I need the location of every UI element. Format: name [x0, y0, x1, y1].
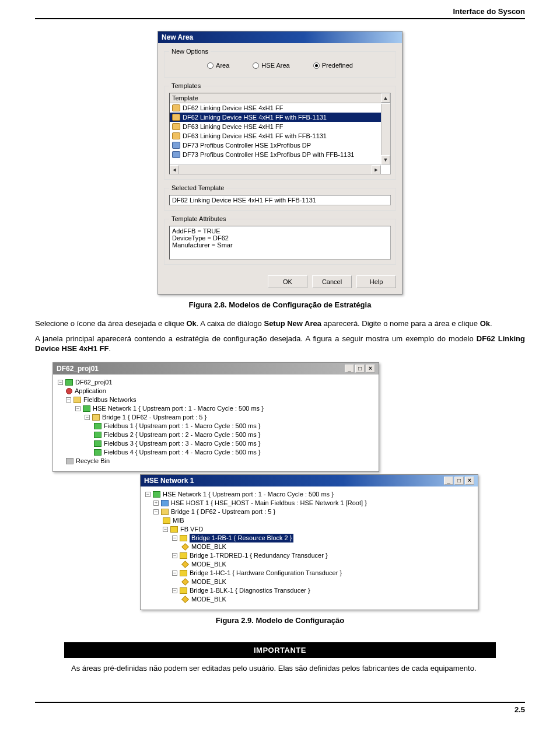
attribute-line: AddFFB = TRUE — [172, 228, 388, 235]
tree-node-trd[interactable]: −Bridge 1-TRDRED-1 { Redundancy Transduc… — [145, 551, 473, 560]
tree-node-mode4[interactable]: MODE_BLK — [145, 595, 473, 604]
scrollbar-vertical[interactable] — [381, 104, 390, 163]
radio-predefined[interactable]: Predefined — [313, 62, 353, 69]
tree-node-recycle[interactable]: Recycle Bin — [58, 457, 374, 466]
important-body: As áreas pré-definidas não podem ser edi… — [64, 658, 496, 678]
tree-label: Bridge 1-TRDRED-1 { Redundancy Transduce… — [190, 551, 328, 560]
new-options-group: New Options Area HSE Area Predefined — [164, 48, 396, 78]
tree-node-hse[interactable]: −HSE Network 1 { Upstream port : 1 - Mac… — [58, 404, 374, 413]
tree-label: Bridge 1-HC-1 { Hardware Configuration T… — [190, 569, 342, 578]
help-button[interactable]: Help — [356, 275, 396, 288]
tree-label: Fieldbus 4 { Upstream port : 4 - Macro C… — [104, 448, 260, 457]
tree-node-host[interactable]: +HSE HOST 1 { HSE_HOST - Main Fieldbus :… — [145, 499, 473, 508]
radio-area[interactable]: Area — [207, 62, 229, 69]
scroll-left-button[interactable]: ◄ — [170, 165, 179, 174]
text-bold: Ok — [186, 319, 196, 328]
text: Selecione o ícone da área desejada e cli… — [35, 319, 186, 328]
tree-label-selected: Bridge 1-RB-1 { Resource Block 2 } — [190, 534, 293, 542]
paragraph-1: Selecione o ícone da área desejada e cli… — [35, 318, 525, 329]
tree-label: Bridge 1-BLK-1 { Diagnostics Transducer … — [190, 586, 310, 595]
tree-node-mib[interactable]: MIB — [145, 516, 473, 525]
template-listview[interactable]: Template DF62 Linking Device HSE 4xH1 FF… — [169, 93, 391, 174]
tree-label: Recycle Bin — [76, 457, 110, 466]
ok-button[interactable]: OK — [268, 275, 307, 288]
tree-body-2: −HSE Network 1 { Upstream port : 1 - Mac… — [141, 487, 478, 610]
template-item-icon — [172, 142, 180, 149]
new-area-dialog: New Area New Options Area HSE Area Prede… — [158, 31, 402, 295]
text: aparecerá. Digite o nome para a área e c… — [321, 319, 480, 328]
template-list-item[interactable]: DF73 Profibus Controller HSE 1xProfibus … — [170, 150, 390, 159]
radio-area-label: Area — [216, 62, 229, 69]
radio-dot-icon — [313, 62, 320, 69]
tree-label: MODE_BLK — [191, 542, 226, 551]
scroll-right-button[interactable]: ► — [372, 165, 381, 174]
page-footer: 2.5 — [35, 702, 525, 714]
tree-node-fieldbus-networks[interactable]: −Fieldbus Networks — [58, 396, 374, 404]
text: A janela principal aparecerá contendo a … — [35, 334, 477, 343]
radio-dot-icon — [207, 62, 214, 69]
maximize-button[interactable]: □ — [454, 477, 464, 485]
tree-node-hse2[interactable]: −HSE Network 1 { Upstream port : 1 - Mac… — [145, 490, 473, 499]
template-list-item[interactable]: DF73 Profibus Controller HSE 1xProfibus … — [170, 141, 390, 150]
minimize-button[interactable]: _ — [345, 365, 354, 373]
cancel-button[interactable]: Cancel — [312, 275, 352, 288]
templates-group: Templates Template DF62 Linking Device H… — [164, 82, 396, 180]
close-button[interactable]: × — [465, 477, 474, 485]
template-attributes-box: AddFFB = TRUEDeviceType = DF62Manufactur… — [169, 226, 391, 260]
tree-title-text: HSE Network 1 — [144, 477, 194, 485]
tree-label: Bridge 1 { DF62 - Upstream port : 5 } — [171, 508, 275, 516]
selected-template-field[interactable]: DF62 Linking Device HSE 4xH1 FF with FFB… — [169, 195, 391, 205]
selected-template-group: Selected Template DF62 Linking Device HS… — [164, 184, 396, 211]
tree-node-blk[interactable]: −Bridge 1-BLK-1 { Diagnostics Transducer… — [145, 586, 473, 595]
tree-node-mode3[interactable]: MODE_BLK — [145, 578, 473, 586]
text-bold: Setup New Area — [264, 319, 321, 328]
tree-label: Application — [75, 387, 106, 396]
tree-node-root[interactable]: −DF62_proj01 — [58, 378, 374, 387]
maximize-button[interactable]: □ — [355, 365, 365, 373]
scroll-up-button[interactable]: ▲ — [381, 93, 390, 103]
page-header: Interface do Syscon — [35, 7, 525, 19]
tree-title-text: DF62_proj01 — [57, 365, 99, 373]
attribute-line: DeviceType = DF62 — [172, 235, 388, 242]
text-bold: Ok — [480, 319, 490, 328]
tree-node-mode1[interactable]: MODE_BLK — [145, 542, 473, 551]
template-item-icon — [172, 114, 180, 121]
listview-header[interactable]: Template — [170, 93, 390, 103]
tree-node-fb2[interactable]: Fieldbus 2 { Upstream port : 2 - Macro C… — [58, 430, 374, 439]
dialog-titlebar: New Area — [158, 32, 402, 43]
tree-node-bridge2[interactable]: −Bridge 1 { DF62 - Upstream port : 5 } — [145, 508, 473, 516]
template-list-item[interactable]: DF63 Linking Device HSE 4xH1 FF — [170, 122, 390, 131]
figure-caption-1: Figura 2.8. Modelos de Configuração de E… — [35, 300, 525, 309]
window-controls: _ □ × — [345, 365, 375, 373]
tree-label: MODE_BLK — [191, 560, 226, 569]
text: . A caixa de diálogo — [197, 319, 264, 328]
tree-node-fb4[interactable]: Fieldbus 4 { Upstream port : 4 - Macro C… — [58, 448, 374, 457]
tree-node-application[interactable]: Application — [58, 387, 374, 396]
scrollbar-horizontal[interactable]: ◄ ► — [170, 164, 381, 174]
tree-node-bridge[interactable]: −Bridge 1 { DF62 - Upstream port : 5 } — [58, 413, 374, 422]
templates-legend: Templates — [169, 82, 203, 89]
text: . — [108, 344, 111, 353]
template-item-label: DF63 Linking Device HSE 4xH1 FF with FFB… — [183, 131, 327, 141]
minimize-button[interactable]: _ — [444, 477, 453, 485]
tree-node-fbvfd[interactable]: −FB VFD — [145, 525, 473, 534]
template-list-item[interactable]: DF62 Linking Device HSE 4xH1 FF — [170, 103, 390, 113]
close-button[interactable]: × — [366, 365, 375, 373]
template-list-item[interactable]: DF63 Linking Device HSE 4xH1 FF with FFB… — [170, 131, 390, 141]
template-item-icon — [172, 132, 180, 139]
template-list-item[interactable]: DF62 Linking Device HSE 4xH1 FF with FFB… — [170, 113, 390, 122]
tree-node-mode2[interactable]: MODE_BLK — [145, 560, 473, 569]
tree-node-fb1[interactable]: Fieldbus 1 { Upstream port : 1 - Macro C… — [58, 422, 374, 430]
tree-node-fb3[interactable]: Fieldbus 3 { Upstream port : 3 - Macro C… — [58, 439, 374, 448]
tree-label: Bridge 1 { DF62 - Upstream port : 5 } — [102, 413, 206, 422]
tree-node-hc[interactable]: −Bridge 1-HC-1 { Hardware Configuration … — [145, 569, 473, 578]
new-options-legend: New Options — [169, 48, 211, 55]
tree-node-rb[interactable]: −Bridge 1-RB-1 { Resource Block 2 } — [145, 534, 473, 542]
scroll-down-button[interactable]: ▼ — [381, 155, 390, 164]
project-tree-window: DF62_proj01 _ □ × −DF62_proj01 Applicati… — [52, 362, 379, 472]
template-attributes-group: Template Attributes AddFFB = TRUEDeviceT… — [164, 215, 396, 265]
template-item-icon — [172, 104, 180, 111]
radio-hse[interactable]: HSE Area — [253, 62, 289, 69]
template-item-icon — [172, 123, 180, 130]
tree-label: Fieldbus Networks — [83, 396, 136, 404]
